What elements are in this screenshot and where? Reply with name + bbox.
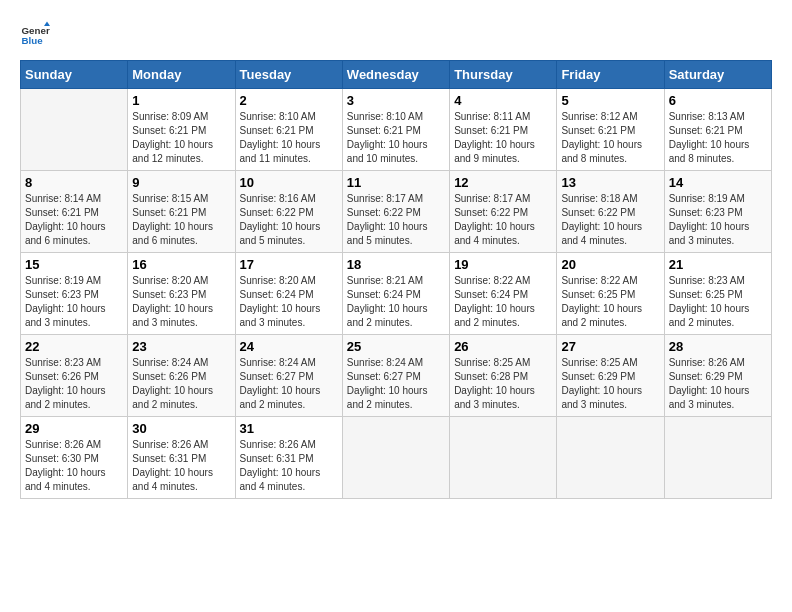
calendar-day-cell: 25Sunrise: 8:24 AMSunset: 6:27 PMDayligh… <box>342 335 449 417</box>
calendar-day-cell: 16Sunrise: 8:20 AMSunset: 6:23 PMDayligh… <box>128 253 235 335</box>
day-info: Sunrise: 8:13 AMSunset: 6:21 PMDaylight:… <box>669 110 767 166</box>
day-info: Sunrise: 8:12 AMSunset: 6:21 PMDaylight:… <box>561 110 659 166</box>
day-number: 5 <box>561 93 659 108</box>
page-header: General Blue <box>20 20 772 50</box>
day-number: 10 <box>240 175 338 190</box>
calendar-day-cell: 26Sunrise: 8:25 AMSunset: 6:28 PMDayligh… <box>450 335 557 417</box>
calendar-day-cell: 3Sunrise: 8:10 AMSunset: 6:21 PMDaylight… <box>342 89 449 171</box>
day-info: Sunrise: 8:10 AMSunset: 6:21 PMDaylight:… <box>347 110 445 166</box>
col-header-thursday: Thursday <box>450 61 557 89</box>
calendar-day-cell: 31Sunrise: 8:26 AMSunset: 6:31 PMDayligh… <box>235 417 342 499</box>
day-info: Sunrise: 8:26 AMSunset: 6:31 PMDaylight:… <box>240 438 338 494</box>
calendar-day-cell: 17Sunrise: 8:20 AMSunset: 6:24 PMDayligh… <box>235 253 342 335</box>
day-number: 9 <box>132 175 230 190</box>
calendar-day-cell: 11Sunrise: 8:17 AMSunset: 6:22 PMDayligh… <box>342 171 449 253</box>
day-number: 13 <box>561 175 659 190</box>
col-header-wednesday: Wednesday <box>342 61 449 89</box>
day-info: Sunrise: 8:18 AMSunset: 6:22 PMDaylight:… <box>561 192 659 248</box>
day-info: Sunrise: 8:26 AMSunset: 6:30 PMDaylight:… <box>25 438 123 494</box>
svg-text:Blue: Blue <box>22 35 44 46</box>
day-number: 1 <box>132 93 230 108</box>
calendar-day-cell: 6Sunrise: 8:13 AMSunset: 6:21 PMDaylight… <box>664 89 771 171</box>
day-number: 17 <box>240 257 338 272</box>
calendar-day-cell: 21Sunrise: 8:23 AMSunset: 6:25 PMDayligh… <box>664 253 771 335</box>
day-number: 18 <box>347 257 445 272</box>
calendar-day-cell <box>664 417 771 499</box>
day-info: Sunrise: 8:15 AMSunset: 6:21 PMDaylight:… <box>132 192 230 248</box>
day-info: Sunrise: 8:24 AMSunset: 6:26 PMDaylight:… <box>132 356 230 412</box>
calendar-day-cell: 27Sunrise: 8:25 AMSunset: 6:29 PMDayligh… <box>557 335 664 417</box>
calendar-day-cell: 24Sunrise: 8:24 AMSunset: 6:27 PMDayligh… <box>235 335 342 417</box>
calendar-day-cell <box>342 417 449 499</box>
day-number: 14 <box>669 175 767 190</box>
day-info: Sunrise: 8:23 AMSunset: 6:25 PMDaylight:… <box>669 274 767 330</box>
day-info: Sunrise: 8:17 AMSunset: 6:22 PMDaylight:… <box>454 192 552 248</box>
day-info: Sunrise: 8:26 AMSunset: 6:31 PMDaylight:… <box>132 438 230 494</box>
day-number: 12 <box>454 175 552 190</box>
day-info: Sunrise: 8:14 AMSunset: 6:21 PMDaylight:… <box>25 192 123 248</box>
day-info: Sunrise: 8:22 AMSunset: 6:25 PMDaylight:… <box>561 274 659 330</box>
day-number: 16 <box>132 257 230 272</box>
day-info: Sunrise: 8:17 AMSunset: 6:22 PMDaylight:… <box>347 192 445 248</box>
day-number: 22 <box>25 339 123 354</box>
day-number: 11 <box>347 175 445 190</box>
calendar-week-row: 29Sunrise: 8:26 AMSunset: 6:30 PMDayligh… <box>21 417 772 499</box>
day-info: Sunrise: 8:24 AMSunset: 6:27 PMDaylight:… <box>240 356 338 412</box>
calendar-table: SundayMondayTuesdayWednesdayThursdayFrid… <box>20 60 772 499</box>
day-info: Sunrise: 8:10 AMSunset: 6:21 PMDaylight:… <box>240 110 338 166</box>
calendar-week-row: 15Sunrise: 8:19 AMSunset: 6:23 PMDayligh… <box>21 253 772 335</box>
calendar-day-cell: 4Sunrise: 8:11 AMSunset: 6:21 PMDaylight… <box>450 89 557 171</box>
day-info: Sunrise: 8:22 AMSunset: 6:24 PMDaylight:… <box>454 274 552 330</box>
day-number: 31 <box>240 421 338 436</box>
day-number: 20 <box>561 257 659 272</box>
calendar-day-cell: 12Sunrise: 8:17 AMSunset: 6:22 PMDayligh… <box>450 171 557 253</box>
day-number: 15 <box>25 257 123 272</box>
calendar-day-cell: 20Sunrise: 8:22 AMSunset: 6:25 PMDayligh… <box>557 253 664 335</box>
day-info: Sunrise: 8:11 AMSunset: 6:21 PMDaylight:… <box>454 110 552 166</box>
calendar-day-cell: 23Sunrise: 8:24 AMSunset: 6:26 PMDayligh… <box>128 335 235 417</box>
day-info: Sunrise: 8:23 AMSunset: 6:26 PMDaylight:… <box>25 356 123 412</box>
calendar-day-cell <box>450 417 557 499</box>
day-number: 24 <box>240 339 338 354</box>
day-number: 25 <box>347 339 445 354</box>
day-info: Sunrise: 8:09 AMSunset: 6:21 PMDaylight:… <box>132 110 230 166</box>
calendar-day-cell: 8Sunrise: 8:14 AMSunset: 6:21 PMDaylight… <box>21 171 128 253</box>
day-number: 2 <box>240 93 338 108</box>
col-header-monday: Monday <box>128 61 235 89</box>
day-info: Sunrise: 8:19 AMSunset: 6:23 PMDaylight:… <box>25 274 123 330</box>
calendar-day-cell <box>21 89 128 171</box>
calendar-day-cell: 14Sunrise: 8:19 AMSunset: 6:23 PMDayligh… <box>664 171 771 253</box>
calendar-day-cell: 29Sunrise: 8:26 AMSunset: 6:30 PMDayligh… <box>21 417 128 499</box>
calendar-day-cell: 10Sunrise: 8:16 AMSunset: 6:22 PMDayligh… <box>235 171 342 253</box>
day-number: 26 <box>454 339 552 354</box>
logo-icon: General Blue <box>20 20 50 50</box>
day-info: Sunrise: 8:20 AMSunset: 6:23 PMDaylight:… <box>132 274 230 330</box>
day-number: 23 <box>132 339 230 354</box>
calendar-day-cell: 1Sunrise: 8:09 AMSunset: 6:21 PMDaylight… <box>128 89 235 171</box>
day-number: 21 <box>669 257 767 272</box>
col-header-sunday: Sunday <box>21 61 128 89</box>
calendar-week-row: 1Sunrise: 8:09 AMSunset: 6:21 PMDaylight… <box>21 89 772 171</box>
calendar-day-cell: 9Sunrise: 8:15 AMSunset: 6:21 PMDaylight… <box>128 171 235 253</box>
logo: General Blue <box>20 20 54 50</box>
day-number: 28 <box>669 339 767 354</box>
col-header-saturday: Saturday <box>664 61 771 89</box>
day-info: Sunrise: 8:16 AMSunset: 6:22 PMDaylight:… <box>240 192 338 248</box>
day-info: Sunrise: 8:26 AMSunset: 6:29 PMDaylight:… <box>669 356 767 412</box>
calendar-day-cell: 13Sunrise: 8:18 AMSunset: 6:22 PMDayligh… <box>557 171 664 253</box>
day-number: 19 <box>454 257 552 272</box>
day-number: 8 <box>25 175 123 190</box>
col-header-friday: Friday <box>557 61 664 89</box>
calendar-day-cell: 5Sunrise: 8:12 AMSunset: 6:21 PMDaylight… <box>557 89 664 171</box>
calendar-day-cell: 15Sunrise: 8:19 AMSunset: 6:23 PMDayligh… <box>21 253 128 335</box>
day-number: 6 <box>669 93 767 108</box>
day-info: Sunrise: 8:25 AMSunset: 6:28 PMDaylight:… <box>454 356 552 412</box>
day-number: 30 <box>132 421 230 436</box>
calendar-day-cell: 30Sunrise: 8:26 AMSunset: 6:31 PMDayligh… <box>128 417 235 499</box>
day-info: Sunrise: 8:25 AMSunset: 6:29 PMDaylight:… <box>561 356 659 412</box>
calendar-day-cell: 19Sunrise: 8:22 AMSunset: 6:24 PMDayligh… <box>450 253 557 335</box>
day-number: 3 <box>347 93 445 108</box>
day-number: 4 <box>454 93 552 108</box>
calendar-day-cell: 28Sunrise: 8:26 AMSunset: 6:29 PMDayligh… <box>664 335 771 417</box>
day-info: Sunrise: 8:24 AMSunset: 6:27 PMDaylight:… <box>347 356 445 412</box>
